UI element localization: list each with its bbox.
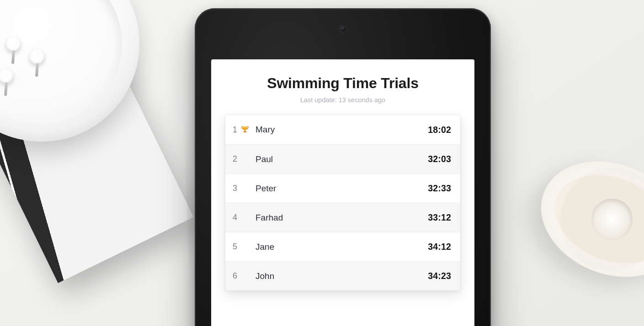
pushpin-prop [5,37,21,52]
svg-point-2 [243,126,247,127]
svg-rect-0 [245,130,246,131]
table-row: 3Peter32:33 [225,174,460,203]
svg-rect-1 [243,131,246,132]
rank-cell: 4 [233,213,249,222]
participant-time: 33:12 [428,212,451,223]
participant-time: 18:02 [428,125,451,135]
rank-cell: 6 [233,271,249,281]
rank-number: 1 [233,125,238,135]
rank-cell: 3 [233,184,249,193]
table-row: 6John34:23 [225,261,460,290]
leaderboard-card: 1 Mary18:022Paul32:033Peter32:334Farhad3… [225,115,461,291]
table-row: 4Farhad33:12 [225,203,460,232]
participant-time: 34:23 [428,271,451,281]
participant-name: Mary [249,125,428,135]
tablet-camera [340,26,346,32]
rank-number: 3 [233,184,238,193]
participant-time: 32:33 [428,183,451,194]
page-title: Swimming Time Trials [225,75,461,92]
pushpin-prop [29,49,45,65]
table-row: 1 Mary18:02 [225,115,460,144]
participant-name: Paul [249,154,428,164]
table-row: 5Jane34:12 [225,232,460,261]
participant-name: John [249,271,428,281]
participant-time: 32:03 [428,154,451,164]
leaderboard-app: Swimming Time Trials Last update: 13 sec… [211,59,474,309]
participant-time: 34:12 [428,242,451,252]
participant-name: Peter [249,184,428,194]
tablet-screen: Swimming Time Trials Last update: 13 sec… [211,59,474,326]
last-update-text: Last update: 13 seconds ago [225,96,461,104]
rank-cell: 1 [233,125,249,135]
rank-number: 4 [233,213,238,222]
rank-cell: 2 [233,154,249,164]
participant-name: Jane [249,242,428,252]
trophy-icon [240,125,250,135]
tablet-device: Swimming Time Trials Last update: 13 sec… [195,8,491,326]
rank-number: 2 [233,154,238,164]
table-row: 2Paul32:03 [225,144,460,174]
rank-number: 6 [233,271,238,281]
rank-cell: 5 [233,242,249,252]
rank-number: 5 [233,242,238,252]
participant-name: Farhad [249,213,428,223]
